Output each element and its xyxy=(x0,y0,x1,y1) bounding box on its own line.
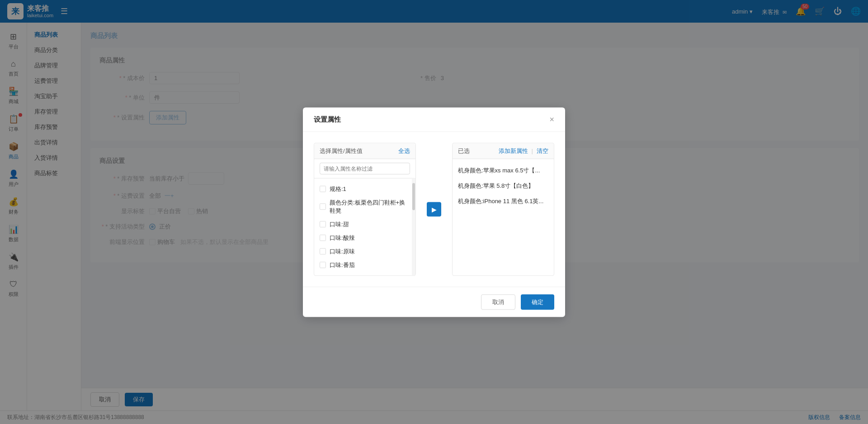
item-checkbox xyxy=(320,262,326,268)
item-checkbox xyxy=(320,248,326,254)
scrollbar-thumb xyxy=(412,183,415,210)
separator: | xyxy=(532,148,533,154)
selected-item: 机身颜色:苹果 5.8寸【白色】 xyxy=(453,178,554,193)
item-label: 口味:番茄 xyxy=(330,261,355,269)
add-new-attr-button[interactable]: 添加新属性 xyxy=(499,147,528,155)
modal-footer: 取消 确定 xyxy=(303,286,565,317)
clear-button[interactable]: 清空 xyxy=(537,147,548,155)
left-panel-title: 选择属性/属性值 xyxy=(320,147,363,155)
selected-item: 机身颜色:苹果xs max 6.5寸【... xyxy=(453,162,554,178)
right-panel-title: 已选 xyxy=(458,147,470,155)
item-label: 规格:1 xyxy=(330,185,346,193)
modal-confirm-button[interactable]: 确定 xyxy=(521,294,554,310)
right-panel: 已选 添加新属性 | 清空 机身颜色:苹果xs max 6.5寸【... 机身颜… xyxy=(452,143,554,276)
list-item[interactable]: 口味:原味 xyxy=(314,244,412,258)
arrow-icon: ▶ xyxy=(432,205,437,213)
item-label: 口味:原味 xyxy=(330,247,355,255)
item-checkbox xyxy=(320,221,326,227)
modal-cancel-button[interactable]: 取消 xyxy=(481,294,515,310)
left-panel: 选择属性/属性值 全选 规格:1 颜色分类:板栗色四门鞋柜+换鞋凳 xyxy=(314,143,416,276)
list-item[interactable]: 规格:1 xyxy=(314,182,412,195)
selected-item: 机身颜色:iPhone 11 黑色 6.1英... xyxy=(453,193,554,209)
modal-close-button[interactable]: × xyxy=(549,114,554,124)
right-panel-header: 已选 添加新属性 | 清空 xyxy=(453,143,554,159)
item-checkbox xyxy=(320,186,326,192)
item-label: 颜色分类:板栗色四门鞋柜+换鞋凳 xyxy=(330,198,406,214)
modal-title: 设置属性 xyxy=(314,115,341,124)
modal-panels: 选择属性/属性值 全选 规格:1 颜色分类:板栗色四门鞋柜+换鞋凳 xyxy=(314,143,554,276)
list-item[interactable]: 颜色分类:板栗色四门鞋柜+换鞋凳 xyxy=(314,195,412,217)
list-item[interactable]: 口味:酸辣 xyxy=(314,231,412,244)
item-checkbox xyxy=(320,234,326,241)
right-panel-list: 机身颜色:苹果xs max 6.5寸【... 机身颜色:苹果 5.8寸【白色】 … xyxy=(453,159,554,249)
left-scrollbar[interactable] xyxy=(412,178,415,275)
item-label: 口味:甜 xyxy=(330,220,349,228)
modal-header: 设置属性 × xyxy=(303,107,565,132)
panel-list-wrap: 规格:1 颜色分类:板栗色四门鞋柜+换鞋凳 口味:甜 口味:酸辣 xyxy=(314,178,415,275)
right-panel-actions: 添加新属性 | 清空 xyxy=(499,147,548,155)
left-panel-header: 选择属性/属性值 全选 xyxy=(314,143,415,159)
modal-body: 选择属性/属性值 全选 规格:1 颜色分类:板栗色四门鞋柜+换鞋凳 xyxy=(303,132,565,286)
list-item[interactable]: 口味:甜 xyxy=(314,217,412,231)
list-item[interactable]: 口味:番茄 xyxy=(314,258,412,272)
attribute-search-input[interactable] xyxy=(320,162,410,174)
arrow-area: ▶ xyxy=(423,143,445,276)
item-label: 口味:酸辣 xyxy=(330,233,355,242)
modal-set-attributes: 设置属性 × 选择属性/属性值 全选 规格:1 xyxy=(303,107,565,317)
transfer-arrow-button[interactable]: ▶ xyxy=(427,202,441,216)
item-checkbox xyxy=(320,203,326,210)
select-all-button[interactable]: 全选 xyxy=(398,147,410,155)
panel-search xyxy=(314,159,415,178)
attribute-list: 规格:1 颜色分类:板栗色四门鞋柜+换鞋凳 口味:甜 口味:酸辣 xyxy=(314,178,412,275)
